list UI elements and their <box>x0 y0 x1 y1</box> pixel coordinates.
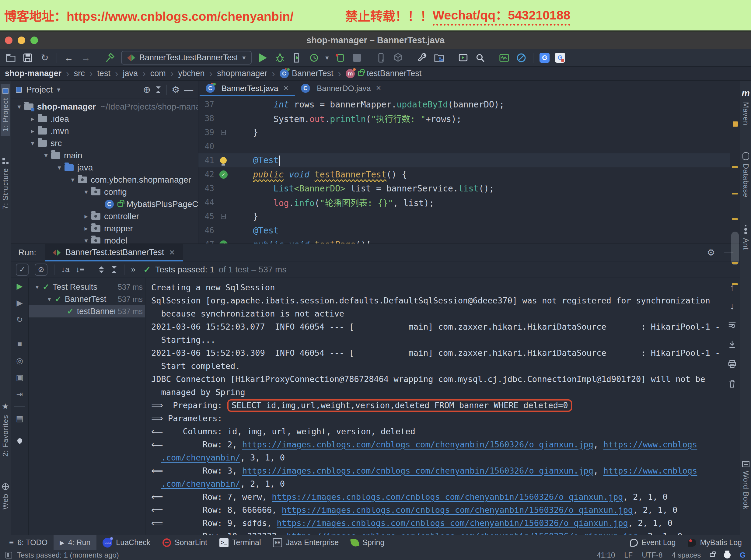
toolbar-button-mybatis-log[interactable]: MyBatis Log <box>682 535 748 549</box>
run-button[interactable] <box>257 52 269 64</box>
close-icon[interactable]: ✕ <box>376 84 381 92</box>
tree-toggle-icon[interactable] <box>56 308 67 315</box>
code-line-46[interactable]: 46 @Test <box>198 223 730 237</box>
pin-tab-icon[interactable] <box>16 437 23 444</box>
show-ignored-icon[interactable]: ⊘ <box>35 264 47 276</box>
tool-window-button-7-structure[interactable]: 7: Structure <box>1 154 11 214</box>
gear-icon[interactable]: ⚙ <box>171 84 180 95</box>
sort-by-duration-icon[interactable]: ↓≡ <box>76 265 84 274</box>
toolbar-button-java-enterprise[interactable]: Java Enterprise <box>267 535 345 549</box>
code-line-47[interactable]: 47✓ public void testPage(){ <box>198 237 730 243</box>
collapse-all-icon[interactable] <box>111 266 118 273</box>
profiler-dropdown-icon[interactable]: ▾ <box>325 54 329 62</box>
toolbar-button-terminal[interactable]: Terminal <box>213 535 267 549</box>
console-link[interactable]: https://images.cnblogs.com/cnblogs_com/c… <box>242 440 593 449</box>
more-icon[interactable]: » <box>131 265 136 274</box>
project-tree-row-controller[interactable]: ▸controller <box>11 210 198 222</box>
scroll-down-icon[interactable]: ↓ <box>730 301 735 311</box>
search-icon[interactable] <box>474 52 486 64</box>
package-icon[interactable] <box>392 52 404 64</box>
chevron-down-icon[interactable]: ▾ <box>57 86 60 94</box>
status-widget-41-10[interactable]: 41:10 <box>597 551 615 559</box>
translate-icon[interactable]: G <box>540 53 550 63</box>
line-number[interactable]: 45 <box>198 212 214 221</box>
tool-window-button-maven[interactable]: mMaven <box>741 84 751 129</box>
run-tab[interactable]: BannerTest.testBannerTest ✕ <box>45 244 183 261</box>
forward-icon[interactable]: → <box>80 52 92 64</box>
toggle-auto-test-icon[interactable]: ↻ <box>16 315 23 324</box>
console-link[interactable]: .com/chenyanbin/ <box>161 453 240 462</box>
line-number[interactable]: 41 <box>198 156 214 165</box>
line-number[interactable]: 44 <box>198 198 214 207</box>
line-number[interactable]: 46 <box>198 226 214 235</box>
rerun-failed-icon[interactable]: ▶ <box>17 298 23 308</box>
project-tree-row-model[interactable]: ▾model <box>11 235 198 243</box>
hide-panel-icon[interactable]: — <box>724 247 733 258</box>
tab-bannerdo-java[interactable]: CBannerDO.java✕ <box>295 81 387 96</box>
tree-toggle-icon[interactable]: ▾ <box>41 152 51 159</box>
import-tests-icon[interactable]: ⇥ <box>16 389 23 399</box>
project-tree-row-config[interactable]: ▾config <box>11 186 198 198</box>
breadcrumb-item-shop-manager[interactable]: shop-manager <box>5 69 61 78</box>
tree-toggle-icon[interactable]: ▾ <box>44 296 55 303</box>
code-line-38[interactable]: 38 System.out.println("执行行数: "+rows); <box>198 112 730 125</box>
expand-all-icon[interactable] <box>98 266 105 273</box>
print-icon[interactable] <box>728 359 737 371</box>
unlock-icon[interactable] <box>710 553 715 557</box>
run-coverage-icon[interactable] <box>291 52 303 64</box>
line-number[interactable]: 42 <box>198 170 214 179</box>
show-passed-icon[interactable]: ✓ <box>16 264 28 276</box>
project-tree-row-mapper[interactable]: ▸mapper <box>11 222 198 235</box>
run-configuration-select[interactable]: BannerTest.testBannerTest ▾ <box>121 51 252 64</box>
layout-settings-icon[interactable]: ▤ <box>16 414 23 423</box>
toolwindow-toggle-icon[interactable] <box>5 552 12 559</box>
attach-profiler-icon[interactable] <box>334 52 346 64</box>
console-link[interactable]: https://images.cnblogs.com/cnblogs_com/c… <box>287 532 638 535</box>
console-link[interactable]: https://images.cnblogs.com/cnblogs_com/c… <box>272 492 623 502</box>
stop-icon[interactable] <box>351 52 363 64</box>
tree-toggle-icon[interactable]: ▾ <box>67 176 78 184</box>
code-line-42[interactable]: 42✓ public void testBannerTest() { <box>198 167 730 181</box>
tree-toggle-icon[interactable]: ▾ <box>14 103 24 111</box>
code-line-40[interactable]: 40 <box>198 139 730 154</box>
toolbar-button-4-run[interactable]: 4: Run <box>54 535 97 549</box>
breadcrumb-item-src[interactable]: src <box>74 69 85 78</box>
breadcrumb-item-ybchen[interactable]: ybchen <box>178 69 204 78</box>
console-link[interactable]: https://www.cnblogs <box>603 466 697 475</box>
collapse-all-icon[interactable] <box>155 86 162 93</box>
line-number[interactable]: 47 <box>198 240 214 243</box>
save-icon[interactable] <box>22 52 34 64</box>
project-tree-row-mvn[interactable]: ▸.mvn <box>11 125 198 137</box>
line-number[interactable]: 38 <box>198 114 214 123</box>
code-area[interactable]: 37 int rows = bannerMapper.updateById(ba… <box>198 96 730 243</box>
project-tree-row-mybatispluspageconfig[interactable]: CMybatisPlusPageConfig <box>11 198 198 210</box>
project-tree-row-idea[interactable]: ▸.idea <box>11 113 198 125</box>
project-tree-row-com-ybchen-shopmanager[interactable]: ▾com.ybchen.shopmanager <box>11 174 198 186</box>
device-icon[interactable] <box>375 52 387 64</box>
run-test-gutter-icon[interactable]: ✓ <box>219 240 228 244</box>
stop-icon[interactable]: ■ <box>17 339 22 349</box>
rerun-icon[interactable]: ▶ <box>17 281 23 291</box>
tool-window-button-web[interactable]: Web <box>1 479 11 514</box>
run-anything-icon[interactable] <box>458 52 469 64</box>
console-link[interactable]: .com/chenyanbin/ <box>161 479 240 488</box>
tool-window-button-database[interactable]: Database <box>741 148 751 202</box>
console-link[interactable]: https://images.cnblogs.com/cnblogs_com/c… <box>242 466 593 475</box>
breadcrumb-item-com[interactable]: com <box>150 69 166 78</box>
close-icon[interactable]: ✕ <box>169 248 175 257</box>
fold-marker-icon[interactable] <box>221 214 226 219</box>
code-line-39[interactable]: 39 } <box>198 125 730 139</box>
project-tree-row-java[interactable]: ▾java <box>11 162 198 174</box>
toolbar-button-sonarlint[interactable]: SonarLint <box>157 535 213 549</box>
sync-icon[interactable]: ↻ <box>39 52 50 64</box>
line-number[interactable]: 37 <box>198 100 214 109</box>
back-icon[interactable]: ← <box>63 52 75 64</box>
project-tree-row-src[interactable]: ▾src <box>11 137 198 149</box>
intention-bulb-icon[interactable] <box>220 157 227 164</box>
tree-toggle-icon[interactable]: ▸ <box>27 115 38 123</box>
test-tree-row-testbannertest[interactable]: ✓testBannerTest537 ms <box>28 305 145 317</box>
tool-window-button-word-book[interactable]: Word Book <box>741 457 751 514</box>
zoom-window-button[interactable] <box>31 37 38 44</box>
open-icon[interactable] <box>5 52 16 64</box>
code-line-44[interactable]: 44 log.info("轮播图列表: {}", list); <box>198 195 730 209</box>
